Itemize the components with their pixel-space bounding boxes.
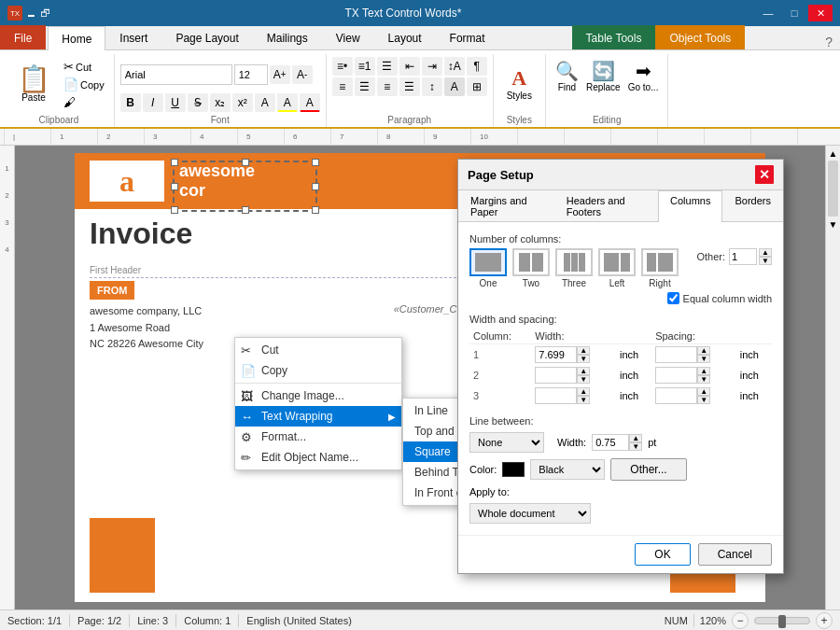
- ctx-text-wrapping[interactable]: ↔ Text Wrapping: [235, 406, 401, 427]
- tab-mailings[interactable]: Mailings: [253, 25, 322, 49]
- align-left-button[interactable]: ≡: [332, 77, 353, 96]
- selection-handle-tr[interactable]: [312, 159, 319, 166]
- ctx-copy[interactable]: 📄 Copy: [235, 360, 401, 381]
- selection-handle-bm[interactable]: [242, 206, 249, 214]
- ok-button[interactable]: OK: [635, 543, 690, 566]
- tab-file[interactable]: File: [0, 25, 46, 49]
- align-center-button[interactable]: ☰: [355, 77, 375, 96]
- sort-button[interactable]: ↕A: [444, 57, 465, 76]
- width2-up[interactable]: ▲: [577, 367, 590, 375]
- row3-width-input[interactable]: ▲ ▼: [535, 387, 612, 404]
- spacing2-down[interactable]: ▼: [697, 375, 710, 384]
- spacing3-down[interactable]: ▼: [697, 396, 710, 404]
- strikethrough-button[interactable]: S̶: [188, 93, 208, 112]
- tab-object-tools[interactable]: Object Tools: [655, 25, 745, 49]
- col-opt-left[interactable]: Left: [598, 248, 636, 288]
- col-opt-one[interactable]: One: [469, 248, 507, 288]
- underline-button[interactable]: U: [165, 93, 186, 112]
- find-button[interactable]: 🔍 Find: [555, 60, 579, 92]
- scroll-up-btn[interactable]: ▲: [826, 146, 840, 161]
- zoom-out-button[interactable]: −: [732, 612, 749, 629]
- spacing1-down[interactable]: ▼: [697, 355, 710, 363]
- col-opt-two[interactable]: Two: [512, 248, 550, 288]
- tab-columns[interactable]: Columns: [658, 190, 722, 222]
- spacing2-up[interactable]: ▲: [697, 367, 710, 375]
- cancel-button[interactable]: Cancel: [698, 543, 772, 566]
- col-three-box[interactable]: [555, 248, 593, 276]
- image-selection[interactable]: [173, 161, 317, 212]
- scroll-down-btn[interactable]: ▼: [826, 217, 840, 231]
- restore-button[interactable]: □: [782, 5, 806, 21]
- line-spacing-button[interactable]: ↕: [422, 77, 442, 96]
- shrink-font-button[interactable]: A-: [292, 65, 313, 84]
- borders-button[interactable]: ⊞: [467, 77, 487, 96]
- linewidth-up[interactable]: ▲: [629, 434, 642, 442]
- ctx-cut[interactable]: ✂ Cut: [235, 340, 401, 360]
- zoom-in-button[interactable]: +: [816, 612, 833, 629]
- row1-width-input[interactable]: ▲ ▼: [535, 346, 612, 363]
- zoom-slider-thumb[interactable]: [778, 615, 786, 628]
- other-down-btn[interactable]: ▼: [759, 257, 772, 265]
- grow-font-button[interactable]: A+: [270, 65, 290, 84]
- line-between-select[interactable]: None: [469, 432, 544, 453]
- subscript-button[interactable]: x₂: [210, 93, 231, 112]
- width1-up[interactable]: ▲: [577, 346, 590, 355]
- other-color-button[interactable]: Other...: [610, 458, 686, 481]
- number-list-button[interactable]: ≡1: [355, 57, 375, 76]
- selection-handle-tm[interactable]: [242, 159, 249, 166]
- tab-margins-paper[interactable]: Margins and Paper: [458, 190, 554, 221]
- selection-handle-mr[interactable]: [312, 183, 319, 190]
- tab-table-tools[interactable]: Table Tools: [572, 25, 656, 49]
- other-value-input[interactable]: [729, 248, 757, 265]
- cut-button[interactable]: ✂ Cut: [60, 59, 108, 75]
- selection-handle-tl[interactable]: [171, 159, 178, 166]
- col-left-box[interactable]: [598, 248, 636, 276]
- highlight-button[interactable]: A: [277, 93, 298, 112]
- col-one-box[interactable]: [469, 248, 507, 276]
- col-right-box[interactable]: [641, 248, 679, 276]
- spacing1-up[interactable]: ▲: [697, 346, 710, 355]
- paste-button[interactable]: 📋 Paste: [9, 66, 58, 103]
- scroll-thumb[interactable]: [828, 161, 838, 217]
- col-opt-right[interactable]: Right: [641, 248, 679, 288]
- tab-borders[interactable]: Borders: [722, 190, 783, 221]
- justify-button[interactable]: ☰: [399, 77, 420, 96]
- other-up-btn[interactable]: ▲: [759, 248, 772, 257]
- superscript-button[interactable]: x²: [232, 93, 253, 112]
- decrease-indent-button[interactable]: ⇤: [399, 57, 420, 76]
- tab-format[interactable]: Format: [436, 25, 499, 49]
- zoom-slider[interactable]: [754, 617, 810, 624]
- ctx-change-image[interactable]: 🖼 Change Image...: [235, 385, 401, 406]
- width2-down[interactable]: ▼: [577, 375, 590, 384]
- tab-layout[interactable]: Layout: [374, 25, 436, 49]
- equal-width-checkbox[interactable]: [667, 292, 679, 304]
- row2-spacing-input[interactable]: ▲ ▼: [655, 367, 733, 384]
- format-painter-button[interactable]: 🖌: [60, 94, 108, 110]
- minimize-btn[interactable]: 🗕: [26, 7, 36, 19]
- italic-button[interactable]: I: [143, 93, 163, 112]
- font-color-button[interactable]: A: [300, 93, 320, 112]
- tab-insert[interactable]: Insert: [105, 25, 161, 49]
- color-select[interactable]: Black: [530, 459, 605, 480]
- increase-indent-button[interactable]: ⇥: [422, 57, 442, 76]
- font-name-input[interactable]: [120, 64, 232, 85]
- col-opt-three[interactable]: Three: [555, 248, 593, 288]
- tab-home[interactable]: Home: [48, 26, 105, 50]
- copy-button[interactable]: 📄 Copy: [60, 77, 108, 92]
- replace-button[interactable]: 🔄 Replace: [586, 60, 621, 92]
- scrollbar-vertical[interactable]: ▲ ▼: [825, 146, 840, 609]
- row3-spacing-input[interactable]: ▲ ▼: [655, 387, 733, 404]
- tab-page-layout[interactable]: Page Layout: [161, 25, 252, 49]
- show-hide-button[interactable]: ¶: [467, 57, 487, 76]
- col-two-box[interactable]: [512, 248, 550, 276]
- text-effects-button[interactable]: A: [255, 93, 275, 112]
- selection-handle-bl[interactable]: [171, 206, 178, 214]
- tab-headers-footers[interactable]: Headers and Footers: [554, 190, 658, 221]
- bold-button[interactable]: B: [120, 93, 141, 112]
- row2-width-input[interactable]: ▲ ▼: [535, 367, 612, 384]
- restore-btn[interactable]: 🗗: [40, 7, 50, 19]
- align-right-button[interactable]: ≡: [377, 77, 398, 96]
- spacing3-up[interactable]: ▲: [697, 387, 710, 396]
- minimize-button[interactable]: —: [756, 5, 780, 21]
- selection-handle-ml[interactable]: [171, 183, 178, 190]
